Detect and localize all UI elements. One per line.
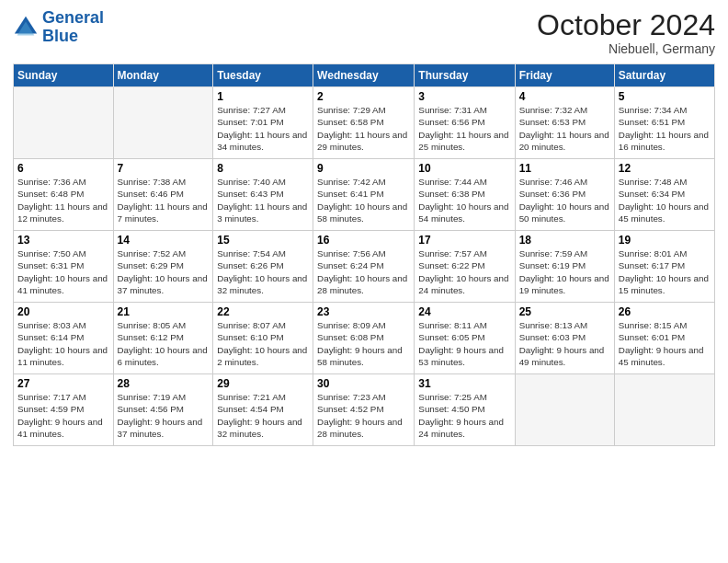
col-saturday: Saturday (614, 64, 714, 87)
calendar-cell: 1Sunrise: 7:27 AM Sunset: 7:01 PM Daylig… (213, 87, 313, 159)
day-number: 12 (619, 162, 711, 175)
month-title: October 2024 (537, 9, 715, 41)
title-area: October 2024 Niebuell, Germany (537, 9, 715, 56)
day-number: 16 (317, 234, 410, 247)
calendar-cell: 5Sunrise: 7:34 AM Sunset: 6:51 PM Daylig… (614, 87, 714, 159)
day-number: 11 (519, 162, 610, 175)
day-number: 1 (217, 90, 309, 103)
day-detail: Sunrise: 7:48 AM Sunset: 6:34 PM Dayligh… (619, 176, 711, 224)
day-detail: Sunrise: 7:52 AM Sunset: 6:29 PM Dayligh… (118, 247, 210, 296)
calendar-cell: 3Sunrise: 7:31 AM Sunset: 6:56 PM Daylig… (415, 87, 515, 159)
header-area: General Blue October 2024 Niebuell, Germ… (13, 9, 715, 56)
day-detail: Sunrise: 7:31 AM Sunset: 6:56 PM Dayligh… (418, 104, 510, 153)
day-detail: Sunrise: 7:23 AM Sunset: 4:52 PM Dayligh… (317, 391, 410, 440)
day-detail: Sunrise: 7:56 AM Sunset: 6:24 PM Dayligh… (317, 247, 410, 296)
day-number: 3 (418, 90, 510, 103)
calendar-cell: 10Sunrise: 7:44 AM Sunset: 6:38 PM Dayli… (415, 159, 515, 231)
calendar-cell: 7Sunrise: 7:38 AM Sunset: 6:46 PM Daylig… (113, 159, 213, 231)
calendar-cell (14, 87, 114, 159)
day-detail: Sunrise: 7:40 AM Sunset: 6:43 PM Dayligh… (217, 176, 309, 224)
calendar-cell: 23Sunrise: 8:09 AM Sunset: 6:08 PM Dayli… (313, 303, 415, 374)
calendar-cell: 20Sunrise: 8:03 AM Sunset: 6:14 PM Dayli… (14, 303, 114, 374)
day-number: 28 (118, 377, 210, 390)
day-number: 18 (519, 234, 610, 247)
page: General Blue October 2024 Niebuell, Germ… (0, 0, 728, 455)
day-number: 17 (418, 234, 510, 247)
day-number: 25 (519, 305, 610, 318)
day-number: 22 (217, 305, 309, 318)
calendar-cell: 21Sunrise: 8:05 AM Sunset: 6:12 PM Dayli… (113, 303, 213, 374)
day-number: 13 (17, 234, 109, 247)
day-number: 9 (317, 162, 410, 175)
col-tuesday: Tuesday (213, 64, 313, 87)
week-row-4: 27Sunrise: 7:17 AM Sunset: 4:59 PM Dayli… (14, 374, 715, 446)
day-detail: Sunrise: 8:03 AM Sunset: 6:14 PM Dayligh… (17, 319, 109, 368)
logo-line2: Blue (42, 27, 78, 45)
day-number: 19 (619, 234, 711, 247)
day-number: 14 (118, 234, 210, 247)
day-number: 20 (17, 305, 109, 318)
day-number: 15 (217, 234, 309, 247)
location: Niebuell, Germany (537, 41, 715, 56)
calendar-cell (614, 374, 714, 446)
day-detail: Sunrise: 7:54 AM Sunset: 6:26 PM Dayligh… (217, 247, 309, 296)
calendar-cell: 29Sunrise: 7:21 AM Sunset: 4:54 PM Dayli… (213, 374, 313, 446)
day-number: 31 (418, 377, 510, 390)
day-number: 6 (17, 162, 109, 175)
calendar-cell (515, 374, 614, 446)
day-number: 10 (418, 162, 510, 175)
week-row-0: 1Sunrise: 7:27 AM Sunset: 7:01 PM Daylig… (14, 87, 715, 159)
calendar-cell: 24Sunrise: 8:11 AM Sunset: 6:05 PM Dayli… (415, 303, 515, 374)
day-detail: Sunrise: 7:17 AM Sunset: 4:59 PM Dayligh… (17, 391, 109, 440)
calendar-cell: 22Sunrise: 8:07 AM Sunset: 6:10 PM Dayli… (213, 303, 313, 374)
day-detail: Sunrise: 8:07 AM Sunset: 6:10 PM Dayligh… (217, 319, 309, 368)
day-detail: Sunrise: 8:05 AM Sunset: 6:12 PM Dayligh… (118, 319, 210, 368)
day-detail: Sunrise: 7:19 AM Sunset: 4:56 PM Dayligh… (118, 391, 210, 440)
day-detail: Sunrise: 7:44 AM Sunset: 6:38 PM Dayligh… (418, 176, 510, 224)
calendar-cell: 26Sunrise: 8:15 AM Sunset: 6:01 PM Dayli… (614, 303, 714, 374)
day-detail: Sunrise: 7:21 AM Sunset: 4:54 PM Dayligh… (217, 391, 309, 440)
calendar-cell: 2Sunrise: 7:29 AM Sunset: 6:58 PM Daylig… (313, 87, 415, 159)
calendar-cell: 19Sunrise: 8:01 AM Sunset: 6:17 PM Dayli… (614, 231, 714, 303)
day-detail: Sunrise: 7:36 AM Sunset: 6:48 PM Dayligh… (17, 176, 109, 224)
calendar-cell: 18Sunrise: 7:59 AM Sunset: 6:19 PM Dayli… (515, 231, 614, 303)
week-row-3: 20Sunrise: 8:03 AM Sunset: 6:14 PM Dayli… (14, 303, 715, 374)
calendar-cell: 31Sunrise: 7:25 AM Sunset: 4:50 PM Dayli… (415, 374, 515, 446)
day-detail: Sunrise: 7:34 AM Sunset: 6:51 PM Dayligh… (619, 104, 711, 153)
col-wednesday: Wednesday (313, 64, 415, 87)
logo: General Blue (13, 9, 104, 46)
day-number: 26 (619, 305, 711, 318)
day-detail: Sunrise: 8:01 AM Sunset: 6:17 PM Dayligh… (619, 247, 711, 296)
calendar-cell: 9Sunrise: 7:42 AM Sunset: 6:41 PM Daylig… (313, 159, 415, 231)
calendar-cell: 13Sunrise: 7:50 AM Sunset: 6:31 PM Dayli… (14, 231, 114, 303)
calendar-table: Sunday Monday Tuesday Wednesday Thursday… (13, 63, 715, 446)
day-number: 7 (118, 162, 210, 175)
day-detail: Sunrise: 7:57 AM Sunset: 6:22 PM Dayligh… (418, 247, 510, 296)
day-detail: Sunrise: 7:50 AM Sunset: 6:31 PM Dayligh… (17, 247, 109, 296)
day-number: 21 (118, 305, 210, 318)
day-detail: Sunrise: 7:25 AM Sunset: 4:50 PM Dayligh… (418, 391, 510, 440)
day-number: 30 (317, 377, 410, 390)
day-number: 29 (217, 377, 309, 390)
calendar-cell: 12Sunrise: 7:48 AM Sunset: 6:34 PM Dayli… (614, 159, 714, 231)
day-number: 4 (519, 90, 610, 103)
calendar-cell (113, 87, 213, 159)
week-row-1: 6Sunrise: 7:36 AM Sunset: 6:48 PM Daylig… (14, 159, 715, 231)
col-thursday: Thursday (415, 64, 515, 87)
day-detail: Sunrise: 7:32 AM Sunset: 6:53 PM Dayligh… (519, 104, 610, 153)
day-number: 27 (17, 377, 109, 390)
calendar-cell: 6Sunrise: 7:36 AM Sunset: 6:48 PM Daylig… (14, 159, 114, 231)
calendar-cell: 11Sunrise: 7:46 AM Sunset: 6:36 PM Dayli… (515, 159, 614, 231)
calendar-cell: 27Sunrise: 7:17 AM Sunset: 4:59 PM Dayli… (14, 374, 114, 446)
day-detail: Sunrise: 8:15 AM Sunset: 6:01 PM Dayligh… (619, 319, 711, 368)
col-friday: Friday (515, 64, 614, 87)
calendar-cell: 15Sunrise: 7:54 AM Sunset: 6:26 PM Dayli… (213, 231, 313, 303)
day-number: 23 (317, 305, 410, 318)
day-detail: Sunrise: 8:13 AM Sunset: 6:03 PM Dayligh… (519, 319, 610, 368)
day-detail: Sunrise: 7:29 AM Sunset: 6:58 PM Dayligh… (317, 104, 410, 153)
logo-text: General Blue (42, 9, 104, 46)
week-row-2: 13Sunrise: 7:50 AM Sunset: 6:31 PM Dayli… (14, 231, 715, 303)
col-monday: Monday (113, 64, 213, 87)
day-detail: Sunrise: 7:27 AM Sunset: 7:01 PM Dayligh… (217, 104, 309, 153)
calendar-cell: 17Sunrise: 7:57 AM Sunset: 6:22 PM Dayli… (415, 231, 515, 303)
